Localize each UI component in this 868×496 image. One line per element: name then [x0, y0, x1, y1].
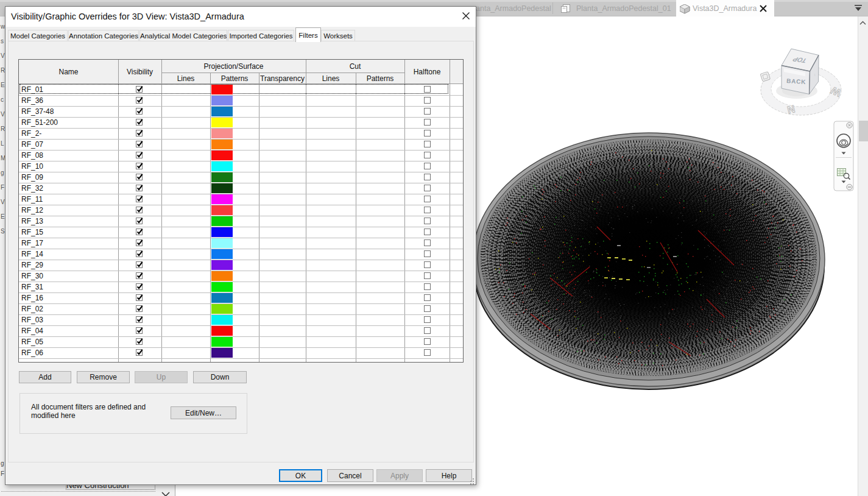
- svg-text:BACK: BACK: [786, 77, 806, 85]
